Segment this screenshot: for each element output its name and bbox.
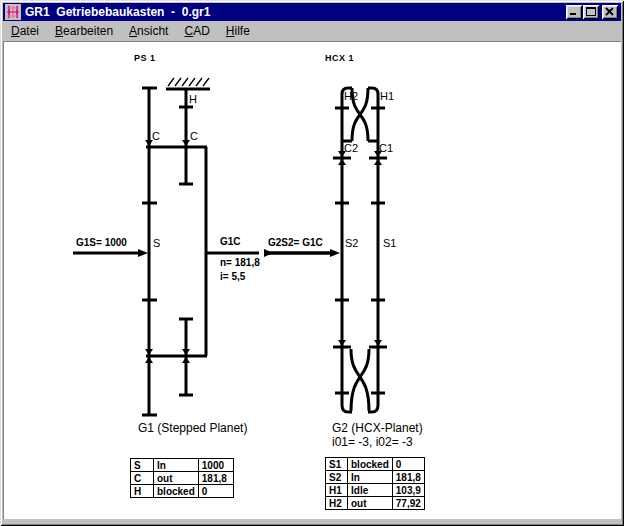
menubar: Datei Bearbeiten Ansicht CAD Hilfe <box>3 21 621 41</box>
menu-mnemonic: A <box>129 24 137 38</box>
titlebar: GR1 Getriebebaukasten - 0.gr1 <box>3 3 621 21</box>
close-icon <box>605 7 615 16</box>
menu-item-datei[interactable]: Datei <box>3 22 47 40</box>
minimize-icon <box>569 7 579 16</box>
cell-role: In <box>154 459 199 472</box>
menu-mnemonic: C <box>184 24 193 38</box>
cell-role: out <box>348 497 393 510</box>
cell-role: Idle <box>348 484 393 497</box>
table-row: S In 1000 <box>131 459 234 472</box>
cell-shaft: S <box>131 459 154 472</box>
menu-item-ansicht[interactable]: Ansicht <box>121 22 176 40</box>
app-icon <box>5 4 21 20</box>
menu-label: atei <box>20 24 39 38</box>
cell-role: out <box>154 472 199 485</box>
menu-label: ilfe <box>234 24 249 38</box>
cell-value: 181,8 <box>392 471 424 484</box>
cell-role: blocked <box>154 485 199 498</box>
menu-mnemonic: D <box>11 24 20 38</box>
window-title: GR1 Getriebebaukasten - 0.gr1 <box>25 5 210 19</box>
menu-item-cad[interactable]: CAD <box>176 22 217 40</box>
table-row: H1 Idle 103,9 <box>326 484 425 497</box>
maximize-icon <box>586 7 596 16</box>
table-row: S2 In 181,8 <box>326 471 425 484</box>
cell-shaft: C <box>131 472 154 485</box>
menu-item-hilfe[interactable]: Hilfe <box>218 22 258 40</box>
right-result-table: S1 blocked 0 S2 In 181,8 H1 Idle 103,9 H… <box>325 457 425 510</box>
table-row: H blocked 0 <box>131 485 234 498</box>
menu-item-bearbeiten[interactable]: Bearbeiten <box>47 22 121 40</box>
cell-value: 0 <box>392 458 424 471</box>
cell-shaft: H1 <box>326 484 348 497</box>
cell-shaft: S2 <box>326 471 348 484</box>
cell-value: 0 <box>198 485 233 498</box>
menu-label: earbeiten <box>63 24 113 38</box>
menu-label: AD <box>193 24 210 38</box>
table-row: H2 out 77,92 <box>326 497 425 510</box>
cell-value: 103,9 <box>392 484 424 497</box>
cell-role: In <box>348 471 393 484</box>
minimize-button[interactable] <box>566 5 582 19</box>
cell-shaft: H <box>131 485 154 498</box>
maximize-button[interactable] <box>583 5 599 19</box>
client-area <box>3 41 621 519</box>
menu-label: nsicht <box>137 24 168 38</box>
table-row: C out 181,8 <box>131 472 234 485</box>
table-row: S1 blocked 0 <box>326 458 425 471</box>
cell-value: 181,8 <box>198 472 233 485</box>
left-result-table: S In 1000 C out 181,8 H blocked 0 <box>130 458 234 498</box>
close-button[interactable] <box>602 5 618 19</box>
cell-value: 1000 <box>198 459 233 472</box>
cell-value: 77,92 <box>392 497 424 510</box>
cell-shaft: S1 <box>326 458 348 471</box>
cell-role: blocked <box>348 458 393 471</box>
app-window: GR1 Getriebebaukasten - 0.gr1 Dat <box>0 0 624 526</box>
menu-mnemonic: B <box>55 24 63 38</box>
cell-shaft: H2 <box>326 497 348 510</box>
